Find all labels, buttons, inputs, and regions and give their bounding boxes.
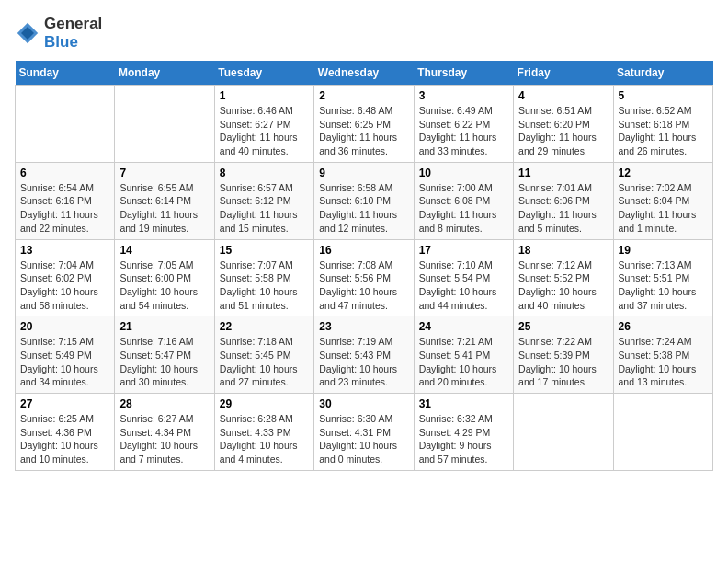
week-row-1: 1Sunrise: 6:46 AM Sunset: 6:27 PM Daylig… — [16, 86, 713, 163]
day-header-friday: Friday — [514, 61, 613, 86]
calendar-cell: 22Sunrise: 7:18 AM Sunset: 5:45 PM Dayli… — [214, 316, 313, 394]
day-header-wednesday: Wednesday — [314, 61, 414, 86]
day-number: 12 — [619, 167, 708, 179]
day-number: 11 — [518, 167, 608, 179]
day-info: Sunrise: 7:02 AM Sunset: 6:04 PM Dayligh… — [619, 181, 708, 236]
calendar-cell: 30Sunrise: 6:30 AM Sunset: 4:31 PM Dayli… — [314, 394, 414, 471]
day-number: 7 — [119, 167, 209, 179]
calendar-cell: 9Sunrise: 6:58 AM Sunset: 6:10 PM Daylig… — [314, 162, 414, 239]
day-number: 1 — [220, 89, 309, 102]
calendar-cell: 17Sunrise: 7:10 AM Sunset: 5:54 PM Dayli… — [414, 239, 513, 316]
day-header-sunday: Sunday — [16, 61, 115, 86]
calendar-cell: 13Sunrise: 7:04 AM Sunset: 6:02 PM Dayli… — [16, 239, 115, 316]
day-info: Sunrise: 6:27 AM Sunset: 4:34 PM Dayligh… — [119, 412, 209, 466]
calendar-cell: 8Sunrise: 6:57 AM Sunset: 6:12 PM Daylig… — [214, 162, 313, 239]
calendar-cell: 29Sunrise: 6:28 AM Sunset: 4:33 PM Dayli… — [214, 394, 313, 471]
day-number: 5 — [619, 89, 708, 102]
calendar-cell: 25Sunrise: 7:22 AM Sunset: 5:39 PM Dayli… — [514, 316, 613, 394]
day-number: 4 — [518, 89, 608, 102]
calendar-table: SundayMondayTuesdayWednesdayThursdayFrid… — [15, 61, 713, 471]
day-info: Sunrise: 7:04 AM Sunset: 6:02 PM Dayligh… — [20, 259, 109, 313]
calendar-cell: 10Sunrise: 7:00 AM Sunset: 6:08 PM Dayli… — [414, 162, 513, 239]
calendar-cell: 26Sunrise: 7:24 AM Sunset: 5:38 PM Dayli… — [613, 316, 712, 394]
day-info: Sunrise: 7:22 AM Sunset: 5:39 PM Dayligh… — [518, 335, 608, 389]
week-row-4: 20Sunrise: 7:15 AM Sunset: 5:49 PM Dayli… — [16, 316, 713, 394]
days-header-row: SundayMondayTuesdayWednesdayThursdayFrid… — [16, 61, 713, 86]
day-number: 23 — [319, 320, 408, 333]
day-number: 25 — [518, 320, 608, 333]
day-number: 20 — [20, 320, 109, 333]
day-info: Sunrise: 6:30 AM Sunset: 4:31 PM Dayligh… — [319, 412, 408, 466]
day-info: Sunrise: 7:16 AM Sunset: 5:47 PM Dayligh… — [119, 335, 209, 389]
calendar-cell: 1Sunrise: 6:46 AM Sunset: 6:27 PM Daylig… — [214, 86, 313, 163]
day-info: Sunrise: 6:54 AM Sunset: 6:16 PM Dayligh… — [20, 181, 109, 236]
day-number: 28 — [119, 397, 209, 410]
day-number: 19 — [619, 244, 708, 257]
calendar-cell: 23Sunrise: 7:19 AM Sunset: 5:43 PM Dayli… — [314, 316, 414, 394]
day-number: 3 — [419, 89, 508, 102]
day-number: 15 — [220, 244, 309, 257]
day-info: Sunrise: 7:15 AM Sunset: 5:49 PM Dayligh… — [20, 335, 109, 389]
calendar-cell — [16, 86, 115, 163]
calendar-cell: 14Sunrise: 7:05 AM Sunset: 6:00 PM Dayli… — [115, 239, 214, 316]
calendar-cell: 16Sunrise: 7:08 AM Sunset: 5:56 PM Dayli… — [314, 239, 414, 316]
day-info: Sunrise: 6:25 AM Sunset: 4:36 PM Dayligh… — [20, 412, 109, 466]
calendar-cell: 24Sunrise: 7:21 AM Sunset: 5:41 PM Dayli… — [414, 316, 513, 394]
day-number: 8 — [220, 167, 309, 179]
day-info: Sunrise: 6:28 AM Sunset: 4:33 PM Dayligh… — [220, 412, 309, 466]
day-number: 26 — [619, 320, 708, 333]
week-row-3: 13Sunrise: 7:04 AM Sunset: 6:02 PM Dayli… — [16, 239, 713, 316]
day-number: 10 — [419, 167, 508, 179]
calendar-cell: 12Sunrise: 7:02 AM Sunset: 6:04 PM Dayli… — [613, 162, 712, 239]
day-header-saturday: Saturday — [613, 61, 712, 86]
logo-text: General Blue — [44, 15, 102, 52]
day-info: Sunrise: 7:13 AM Sunset: 5:51 PM Dayligh… — [619, 259, 708, 313]
calendar-cell: 31Sunrise: 6:32 AM Sunset: 4:29 PM Dayli… — [414, 394, 513, 471]
day-info: Sunrise: 6:49 AM Sunset: 6:22 PM Dayligh… — [419, 104, 508, 158]
day-number: 22 — [220, 320, 309, 333]
week-row-2: 6Sunrise: 6:54 AM Sunset: 6:16 PM Daylig… — [16, 162, 713, 239]
day-info: Sunrise: 6:46 AM Sunset: 6:27 PM Dayligh… — [220, 104, 309, 158]
day-number: 29 — [220, 397, 309, 410]
calendar-cell: 21Sunrise: 7:16 AM Sunset: 5:47 PM Dayli… — [115, 316, 214, 394]
logo-icon — [15, 20, 40, 46]
page-header: General Blue — [15, 15, 713, 52]
day-info: Sunrise: 7:21 AM Sunset: 5:41 PM Dayligh… — [419, 335, 508, 389]
day-number: 13 — [20, 244, 109, 257]
week-row-5: 27Sunrise: 6:25 AM Sunset: 4:36 PM Dayli… — [16, 394, 713, 471]
calendar-cell: 7Sunrise: 6:55 AM Sunset: 6:14 PM Daylig… — [115, 162, 214, 239]
day-info: Sunrise: 7:08 AM Sunset: 5:56 PM Dayligh… — [319, 259, 408, 313]
day-number: 6 — [20, 167, 109, 179]
calendar-cell: 27Sunrise: 6:25 AM Sunset: 4:36 PM Dayli… — [16, 394, 115, 471]
day-number: 16 — [319, 244, 408, 257]
day-info: Sunrise: 7:24 AM Sunset: 5:38 PM Dayligh… — [619, 335, 708, 389]
day-info: Sunrise: 6:52 AM Sunset: 6:18 PM Dayligh… — [619, 104, 708, 158]
calendar-cell: 3Sunrise: 6:49 AM Sunset: 6:22 PM Daylig… — [414, 86, 513, 163]
day-info: Sunrise: 6:57 AM Sunset: 6:12 PM Dayligh… — [220, 181, 309, 236]
day-header-tuesday: Tuesday — [214, 61, 313, 86]
day-number: 30 — [319, 397, 408, 410]
day-info: Sunrise: 7:12 AM Sunset: 5:52 PM Dayligh… — [518, 259, 608, 313]
day-number: 17 — [419, 244, 508, 257]
day-number: 27 — [20, 397, 109, 410]
calendar-cell: 20Sunrise: 7:15 AM Sunset: 5:49 PM Dayli… — [16, 316, 115, 394]
day-info: Sunrise: 7:07 AM Sunset: 5:58 PM Dayligh… — [220, 259, 309, 313]
calendar-cell: 6Sunrise: 6:54 AM Sunset: 6:16 PM Daylig… — [16, 162, 115, 239]
day-number: 14 — [119, 244, 209, 257]
day-number: 24 — [419, 320, 508, 333]
day-info: Sunrise: 7:01 AM Sunset: 6:06 PM Dayligh… — [518, 181, 608, 236]
calendar-cell — [613, 394, 712, 471]
calendar-cell: 28Sunrise: 6:27 AM Sunset: 4:34 PM Dayli… — [115, 394, 214, 471]
day-header-monday: Monday — [115, 61, 214, 86]
day-info: Sunrise: 6:58 AM Sunset: 6:10 PM Dayligh… — [319, 181, 408, 236]
calendar-cell: 2Sunrise: 6:48 AM Sunset: 6:25 PM Daylig… — [314, 86, 414, 163]
calendar-cell — [115, 86, 214, 163]
calendar-cell — [514, 394, 613, 471]
day-info: Sunrise: 7:18 AM Sunset: 5:45 PM Dayligh… — [220, 335, 309, 389]
calendar-cell: 5Sunrise: 6:52 AM Sunset: 6:18 PM Daylig… — [613, 86, 712, 163]
calendar-cell: 15Sunrise: 7:07 AM Sunset: 5:58 PM Dayli… — [214, 239, 313, 316]
day-info: Sunrise: 7:10 AM Sunset: 5:54 PM Dayligh… — [419, 259, 508, 313]
day-info: Sunrise: 6:48 AM Sunset: 6:25 PM Dayligh… — [319, 104, 408, 158]
day-number: 21 — [119, 320, 209, 333]
day-number: 31 — [419, 397, 508, 410]
